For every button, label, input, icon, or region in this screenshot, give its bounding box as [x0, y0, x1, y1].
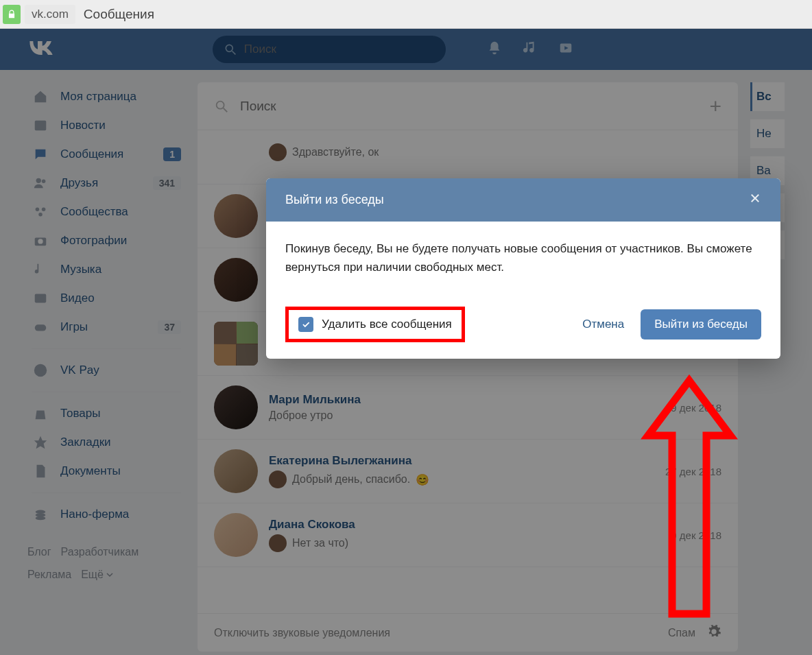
svg-point-8: [38, 213, 43, 217]
svg-point-7: [42, 208, 46, 212]
sidebar-item-music[interactable]: Музыка: [27, 255, 185, 284]
conversation-item[interactable]: Екатерина ВылегжанинаДобрый день, спасиб…: [198, 440, 738, 503]
footer-more[interactable]: Ещё: [81, 565, 113, 584]
footer-dev[interactable]: Разработчикам: [61, 543, 139, 561]
gamepad-icon: [32, 318, 49, 336]
document-icon: [32, 462, 49, 480]
sidebar-item-market[interactable]: Товары: [27, 399, 185, 428]
svg-point-13: [34, 364, 47, 377]
nav-separator: [32, 392, 181, 392]
conversation-item[interactable]: Мари МилькинаДоброе утро 9 дек 2018: [198, 376, 738, 440]
film-icon: [32, 289, 49, 307]
footer-links: Блог Разработчикам Реклама Ещё: [27, 543, 185, 584]
sidebar-item-documents[interactable]: Документы: [27, 457, 185, 486]
sidebar-item-games[interactable]: Игры37: [27, 313, 185, 342]
video-icon[interactable]: [558, 40, 573, 58]
sidebar-item-news[interactable]: Новости: [27, 111, 185, 140]
avatar: [214, 449, 258, 493]
search-icon: [224, 42, 237, 57]
messages-panel: + Здравствуйте, ок Мари МилькинаДоброе у…: [198, 82, 738, 652]
filter-tab[interactable]: Вс: [750, 82, 785, 111]
svg-point-17: [217, 101, 224, 108]
svg-line-1: [232, 51, 235, 54]
ruble-icon: [32, 361, 49, 379]
star-icon: [32, 433, 49, 451]
leave-chat-button[interactable]: Выйти из беседы: [641, 309, 761, 340]
footer-ads[interactable]: Реклама: [27, 565, 71, 584]
cancel-button[interactable]: Отмена: [578, 311, 628, 338]
lock-icon: [3, 5, 21, 24]
sidebar: Моя страница Новости Сообщения1 Друзья34…: [27, 82, 185, 652]
right-filter-panel: Вс Не Ва Ан Ек: [750, 82, 785, 652]
svg-rect-11: [35, 294, 47, 303]
svg-rect-3: [35, 121, 47, 131]
delete-all-checkbox-highlight: Удалить все сообщения: [285, 307, 465, 342]
communities-icon: [32, 203, 49, 221]
modal-header: Выйти из беседы: [266, 178, 780, 222]
avatar: [214, 194, 258, 238]
leave-chat-modal: Выйти из беседы Покинув беседу, Вы не бу…: [266, 178, 780, 359]
sidebar-item-my-page[interactable]: Моя страница: [27, 82, 185, 111]
nav-separator: [32, 348, 181, 349]
music-nav-icon: [32, 261, 49, 278]
conversation-item[interactable]: Диана СкоковаНет за что) 9 дек 2018: [198, 503, 738, 567]
vk-logo[interactable]: [27, 34, 55, 64]
svg-point-4: [36, 178, 41, 183]
sidebar-item-video[interactable]: Видео: [27, 284, 185, 313]
bell-icon[interactable]: [487, 40, 502, 58]
app-icon: [32, 505, 49, 523]
sidebar-item-photos[interactable]: Фотографии: [27, 226, 185, 255]
svg-point-6: [36, 208, 40, 212]
svg-point-5: [42, 180, 46, 184]
sidebar-item-friends[interactable]: Друзья341: [27, 169, 185, 198]
avatar: [214, 513, 258, 557]
top-search-input[interactable]: [244, 43, 435, 56]
browser-url-bar: vk.com Сообщения: [0, 0, 812, 29]
page: Моя страница Новости Сообщения1 Друзья34…: [0, 70, 812, 655]
footer-blog[interactable]: Блог: [27, 543, 51, 561]
spam-link[interactable]: Спам: [668, 627, 695, 639]
sidebar-item-messages[interactable]: Сообщения1: [27, 140, 185, 169]
messages-icon: [32, 145, 49, 163]
filter-tab[interactable]: Не: [750, 119, 785, 148]
browser-host: vk.com: [25, 5, 75, 24]
mini-avatar: [269, 534, 287, 552]
svg-rect-12: [35, 324, 47, 331]
news-icon: [32, 117, 49, 134]
checkbox-label: Удалить все сообщения: [322, 318, 452, 331]
svg-line-18: [224, 108, 228, 112]
music-icon[interactable]: [523, 40, 538, 58]
gear-icon[interactable]: [706, 624, 721, 642]
home-icon: [32, 88, 49, 106]
modal-title: Выйти из беседы: [285, 193, 384, 207]
delete-all-checkbox[interactable]: [298, 317, 313, 332]
nav-separator: [32, 492, 181, 493]
svg-point-16: [36, 516, 46, 521]
avatar-group: [214, 322, 258, 366]
conversation-item[interactable]: Здравствуйте, ок: [198, 130, 738, 184]
messages-bottom-bar: Отключить звуковые уведомления Спам: [198, 613, 738, 652]
new-conversation-button[interactable]: +: [709, 95, 721, 118]
avatar: [214, 258, 258, 302]
bag-icon: [32, 405, 49, 422]
friends-icon: [32, 174, 49, 192]
topbar: [0, 29, 812, 70]
messages-search-input[interactable]: [240, 99, 698, 114]
messages-search-bar: +: [198, 82, 738, 130]
svg-point-0: [226, 45, 232, 51]
modal-body: Покинув беседу, Вы не будете получать но…: [266, 222, 780, 294]
chevron-down-icon: [106, 571, 113, 578]
camera-icon: [32, 232, 49, 250]
sidebar-item-nanofarm[interactable]: Нано-ферма: [27, 500, 185, 529]
svg-point-10: [38, 239, 43, 243]
browser-title: Сообщения: [84, 7, 154, 22]
mini-avatar: [269, 471, 287, 488]
close-icon[interactable]: [749, 192, 761, 208]
mute-notifications-link[interactable]: Отключить звуковые уведомления: [214, 627, 390, 639]
top-search[interactable]: [213, 36, 446, 63]
search-icon: [214, 99, 229, 114]
sidebar-item-vkpay[interactable]: VK Pay: [27, 356, 185, 385]
sidebar-item-bookmarks[interactable]: Закладки: [27, 428, 185, 457]
modal-footer: Удалить все сообщения Отмена Выйти из бе…: [266, 294, 780, 359]
sidebar-item-communities[interactable]: Сообщества: [27, 198, 185, 226]
